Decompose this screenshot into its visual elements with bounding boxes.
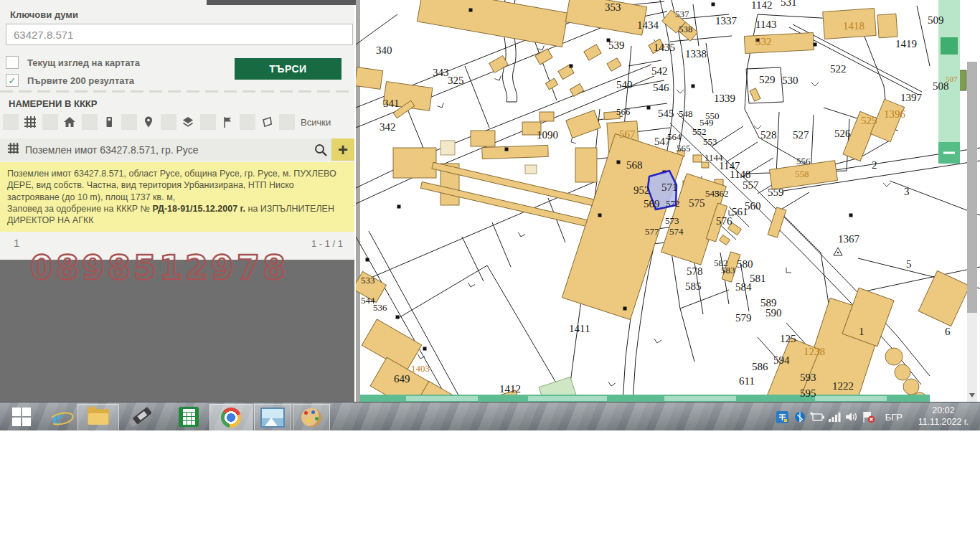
- filter-all-label[interactable]: Всички: [301, 117, 331, 128]
- clock[interactable]: 20:02 11.11.2022 г.: [913, 405, 974, 428]
- parcel-label: 556: [796, 156, 811, 166]
- location-pin-icon[interactable]: [141, 115, 156, 129]
- parcel-label: 342: [380, 121, 396, 133]
- current-view-checkbox[interactable]: [6, 56, 19, 69]
- tray-date: 11.11.2022 г.: [913, 417, 974, 428]
- results-header: НАМЕРЕНИ В КККР: [9, 98, 97, 109]
- parcel-label: 522: [830, 63, 847, 75]
- calculator-button[interactable]: [172, 404, 205, 430]
- ime-icon[interactable]: [775, 410, 791, 424]
- map-scrollbar-thumb[interactable]: [967, 62, 977, 313]
- result-title: Поземлен имот 63427.8.571, гр. Русе: [25, 144, 310, 156]
- parcel-label: 585: [685, 281, 702, 292]
- action-center-icon[interactable]: [861, 410, 877, 424]
- parcel-label: 529: [759, 74, 776, 85]
- search-button[interactable]: ТЪРСИ: [235, 58, 341, 80]
- parcel-label: 578: [687, 265, 703, 277]
- parcel-label: 562: [715, 188, 729, 199]
- parcel-label: 572: [666, 198, 680, 209]
- language-indicator[interactable]: БГР: [885, 412, 903, 423]
- chrome-button[interactable]: [209, 404, 253, 431]
- boundary-point: [570, 65, 573, 68]
- network-signal-icon[interactable]: [826, 410, 842, 424]
- start-button[interactable]: [6, 404, 37, 430]
- home-icon[interactable]: [62, 115, 77, 129]
- cadastral-map[interactable]: 3531434539143554254654054556656754756810…: [356, 0, 980, 402]
- internet-explorer-button[interactable]: e: [42, 404, 73, 430]
- count-badge: [200, 114, 216, 130]
- parcel-label: 1148: [730, 169, 750, 180]
- parcel-label: 538: [679, 24, 693, 34]
- parcel-label: 565: [677, 143, 691, 154]
- parcel-label: 1411: [569, 323, 590, 334]
- result-detail[interactable]: Поземлен имот 63427.8.571, област Русе, …: [0, 162, 354, 232]
- parcel-label: 559: [768, 187, 784, 198]
- keywords-input[interactable]: [6, 24, 353, 45]
- result-row[interactable]: Поземлен имот 63427.8.571, гр. Русе +: [0, 138, 354, 161]
- photos-button[interactable]: [254, 404, 291, 431]
- add-result-button[interactable]: +: [331, 138, 354, 161]
- grid-parcel-icon[interactable]: [23, 115, 37, 129]
- parcel-label: 594: [773, 354, 790, 366]
- parcel-label: 1339: [714, 93, 735, 104]
- tray-time: 20:02: [913, 405, 974, 417]
- parcel-label: 1338: [685, 48, 707, 60]
- parcel-label: 528: [760, 129, 777, 141]
- layers-icon[interactable]: [181, 115, 195, 129]
- parcel-label: 569: [644, 198, 660, 209]
- boundary-point: [505, 148, 509, 151]
- polygon-icon[interactable]: [260, 115, 274, 129]
- map-left-divider: [356, 0, 360, 402]
- battery-icon[interactable]: [809, 410, 825, 424]
- parcel-label: 649: [394, 373, 410, 385]
- parcel-label: 1142: [751, 0, 772, 11]
- count-badge: [3, 114, 19, 130]
- count-badge: [161, 114, 176, 130]
- boundary-point: [366, 258, 369, 262]
- parcel-label: 573: [665, 215, 679, 226]
- parcel-label: 558: [795, 169, 809, 179]
- building: [471, 131, 495, 146]
- parcel-label: 611: [739, 375, 755, 387]
- parcel-label: 1403: [411, 363, 430, 374]
- chrome-icon: [221, 408, 241, 428]
- parcel-label: 574: [669, 226, 684, 237]
- building: [482, 145, 549, 159]
- parcel-label: 579: [735, 312, 752, 324]
- page-number[interactable]: 1: [14, 237, 19, 249]
- parcel-label: 548: [679, 108, 693, 119]
- boundary-point: [814, 43, 817, 47]
- parcel-label: 566: [616, 106, 631, 117]
- parcel-label: 580: [737, 258, 753, 270]
- order-number: РД-18-91/15.12.2007 г.: [152, 204, 245, 214]
- building: [693, 155, 702, 162]
- boundary-point: [397, 205, 401, 209]
- paint-button[interactable]: [293, 404, 330, 431]
- parcel-label: 507: [946, 75, 958, 83]
- parcel-label: 3: [904, 186, 910, 197]
- count-badge: [82, 114, 98, 130]
- file-explorer-button[interactable]: [77, 404, 119, 431]
- bluetooth-icon[interactable]: [792, 410, 808, 424]
- blank-area: [0, 430, 980, 551]
- parcel-label: 325: [448, 75, 464, 86]
- flag-icon[interactable]: [220, 115, 235, 129]
- usb-drive-button[interactable]: [123, 404, 156, 430]
- keywords-label: Ключови думи: [10, 9, 78, 20]
- parcel-label: 584: [735, 281, 752, 293]
- volume-icon[interactable]: [844, 410, 859, 424]
- photos-icon: [260, 408, 285, 428]
- parcel-label: 1396: [884, 108, 906, 120]
- zoom-to-result-icon[interactable]: [310, 138, 331, 161]
- parcel-label: 536: [373, 302, 387, 313]
- green-zone-block: [941, 37, 958, 55]
- parcel-label: 583: [721, 265, 735, 276]
- building: [540, 112, 554, 121]
- first200-checkbox[interactable]: ✓: [6, 74, 19, 87]
- system-tray: БГР 20:02 11.11.2022 г.: [775, 402, 980, 431]
- round-structure: [885, 348, 903, 365]
- parcel-label: 540: [616, 79, 633, 90]
- round-structure: [895, 364, 910, 380]
- building-icon[interactable]: [102, 115, 116, 129]
- parcel-label: 1143: [755, 19, 776, 30]
